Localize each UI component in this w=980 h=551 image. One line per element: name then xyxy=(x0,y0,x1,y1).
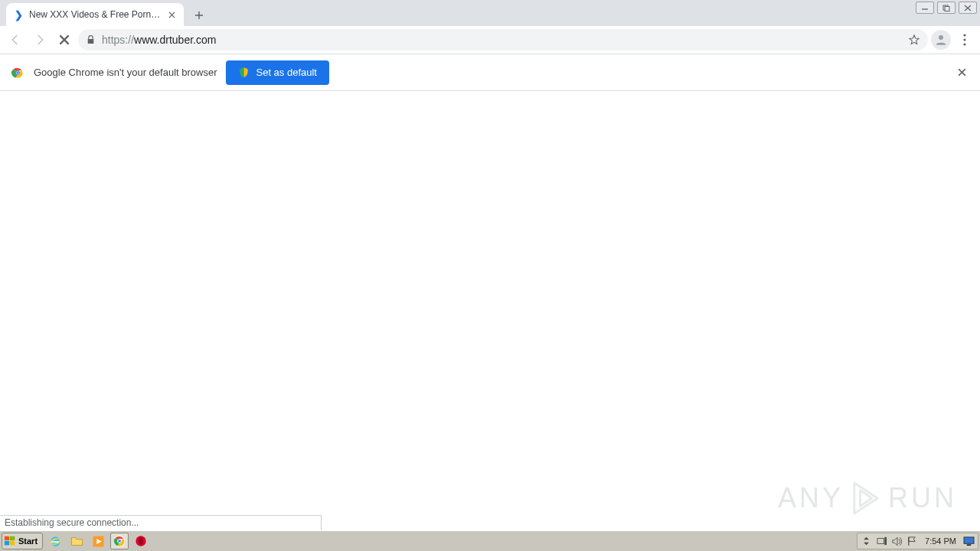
address-bar[interactable]: https://www.drtuber.com xyxy=(78,29,928,51)
url-scheme: https:// xyxy=(102,34,134,46)
lock-icon xyxy=(86,34,96,45)
taskbar-chrome-icon[interactable] xyxy=(110,533,129,549)
url-text: https://www.drtuber.com xyxy=(102,34,216,46)
svg-point-9 xyxy=(17,71,19,73)
start-button[interactable]: Start xyxy=(2,533,43,549)
windows-flag-icon xyxy=(4,535,16,547)
back-button[interactable] xyxy=(5,29,26,51)
svg-rect-24 xyxy=(884,537,887,545)
tab-close-icon[interactable] xyxy=(165,8,178,21)
tray-flag-icon[interactable] xyxy=(906,536,918,547)
infobar-message: Google Chrome isn't your default browser xyxy=(34,67,217,78)
window-maximize-button[interactable] xyxy=(937,2,956,14)
svg-rect-13 xyxy=(10,541,15,545)
tray-monitor-icon[interactable] xyxy=(963,536,975,547)
svg-point-2 xyxy=(939,35,943,40)
tray-clock[interactable]: 7:54 PM xyxy=(925,536,956,546)
tab-title: New XXX Videos & Free Porn Movies xyxy=(29,9,161,20)
set-default-button[interactable]: Set as default xyxy=(226,60,329,85)
stop-reload-button[interactable] xyxy=(54,29,75,51)
windows-taskbar: Start 7:54 PM xyxy=(0,530,980,551)
svg-point-22 xyxy=(139,537,143,546)
default-browser-infobar: Google Chrome isn't your default browser… xyxy=(0,54,980,91)
window-minimize-button[interactable] xyxy=(916,2,934,14)
set-default-label: Set as default xyxy=(256,67,317,78)
bookmark-star-icon[interactable] xyxy=(908,34,920,46)
anyrun-watermark: ANY RUN xyxy=(778,481,957,515)
svg-rect-26 xyxy=(967,544,972,546)
shield-icon xyxy=(238,67,250,78)
svg-rect-23 xyxy=(877,539,884,544)
browser-tab[interactable]: ❯ New XXX Videos & Free Porn Movies xyxy=(6,3,184,26)
svg-rect-11 xyxy=(10,536,15,540)
page-content: Establishing secure connection... ANY RU… xyxy=(0,91,980,530)
taskbar-opera-icon[interactable] xyxy=(132,533,150,549)
profile-avatar[interactable] xyxy=(931,30,951,50)
taskbar-ie-icon[interactable] xyxy=(46,533,64,549)
watermark-left: ANY xyxy=(778,482,844,514)
svg-rect-12 xyxy=(5,541,9,545)
tray-device-icon[interactable] xyxy=(876,536,887,547)
svg-point-20 xyxy=(119,540,121,543)
watermark-right: RUN xyxy=(888,482,957,514)
window-controls xyxy=(916,2,977,14)
svg-rect-10 xyxy=(5,536,9,540)
tab-strip: ❯ New XXX Videos & Free Porn Movies xyxy=(0,0,980,26)
tab-favicon: ❯ xyxy=(12,8,24,21)
svg-point-4 xyxy=(963,38,965,41)
play-icon xyxy=(851,481,880,515)
browser-toolbar: https://www.drtuber.com xyxy=(0,26,980,54)
svg-rect-25 xyxy=(964,536,974,543)
svg-point-3 xyxy=(963,34,965,36)
url-host: www.drtuber.com xyxy=(134,34,216,46)
new-tab-button[interactable] xyxy=(188,5,210,26)
svg-point-5 xyxy=(963,43,965,45)
start-label: Start xyxy=(18,536,38,546)
window-close-button[interactable] xyxy=(959,2,977,14)
system-tray: 7:54 PM xyxy=(857,533,978,549)
taskbar-media-icon[interactable] xyxy=(89,533,107,549)
taskbar-explorer-icon[interactable] xyxy=(67,533,86,549)
status-bar: Establishing secure connection... xyxy=(0,515,322,530)
infobar-close-icon[interactable] xyxy=(954,65,969,80)
chrome-menu-button[interactable] xyxy=(954,34,975,46)
forward-button[interactable] xyxy=(29,29,51,51)
svg-rect-1 xyxy=(945,6,949,11)
chrome-logo-icon xyxy=(11,66,24,80)
tray-expand-icon[interactable] xyxy=(861,536,872,547)
tray-volume-icon[interactable] xyxy=(891,536,903,547)
